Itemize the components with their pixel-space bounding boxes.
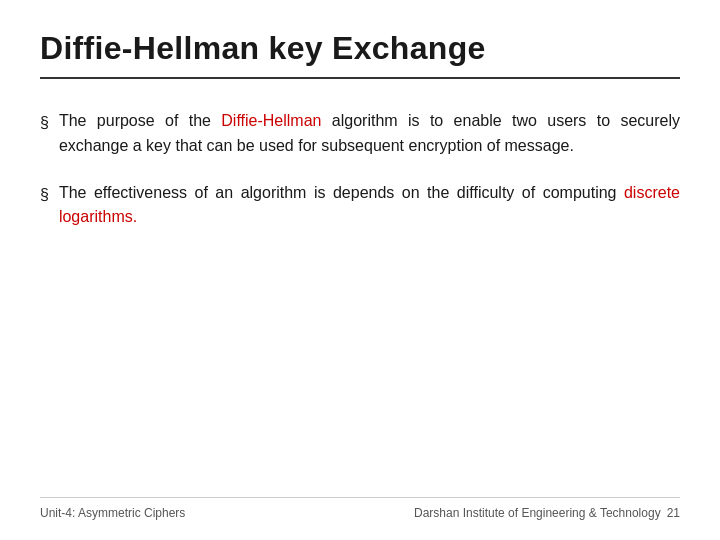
bullet2-text-before: The effectiveness of an algorithm is dep…: [59, 184, 624, 201]
bullet-text-2: The effectiveness of an algorithm is dep…: [59, 181, 680, 231]
bullet1-text-before: The purpose of the: [59, 112, 221, 129]
footer-institute: Darshan Institute of Engineering & Techn…: [414, 506, 661, 520]
footer-page-number: 21: [667, 506, 680, 520]
slide-title: Diffie-Hellman key Exchange: [40, 30, 680, 67]
footer-right-section: Darshan Institute of Engineering & Techn…: [414, 506, 680, 520]
bullet-marker-2: §: [40, 183, 49, 208]
bullet-item-1: § The purpose of the Diffie-Hellman algo…: [40, 109, 680, 159]
bullet-text-1: The purpose of the Diffie-Hellman algori…: [59, 109, 680, 159]
title-section: Diffie-Hellman key Exchange: [40, 30, 680, 79]
diffie-hellman-link[interactable]: Diffie-Hellman: [221, 112, 321, 129]
slide-container: Diffie-Hellman key Exchange § The purpos…: [0, 0, 720, 540]
content-section: § The purpose of the Diffie-Hellman algo…: [40, 99, 680, 497]
bullet-marker-1: §: [40, 111, 49, 136]
footer-left-text: Unit-4: Asymmetric Ciphers: [40, 506, 185, 520]
bullet-item-2: § The effectiveness of an algorithm is d…: [40, 181, 680, 231]
footer: Unit-4: Asymmetric Ciphers Darshan Insti…: [40, 497, 680, 520]
